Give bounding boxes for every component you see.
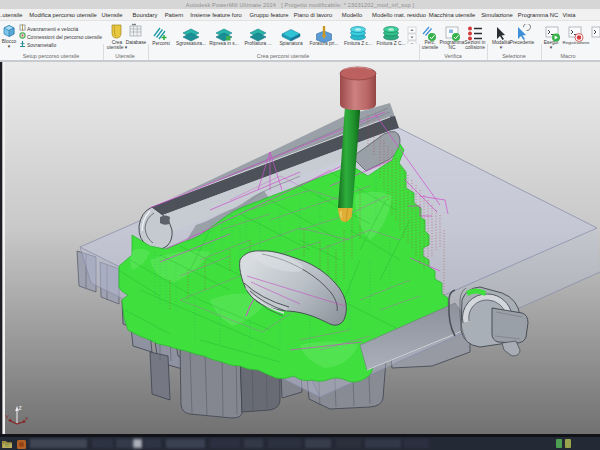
svg-text:x: x	[25, 415, 28, 421]
svg-text:z: z	[19, 404, 22, 411]
svg-text:Y: Y	[5, 414, 9, 420]
